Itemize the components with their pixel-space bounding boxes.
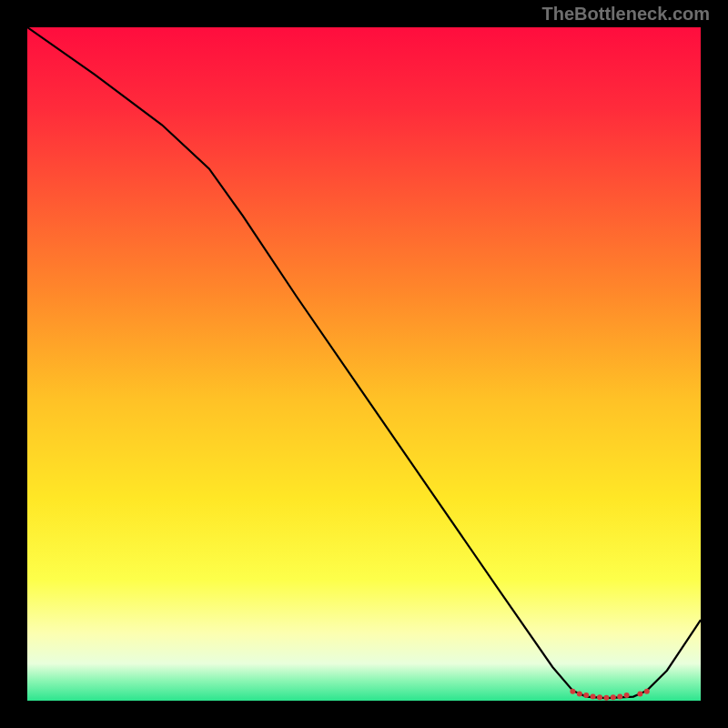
marker-dot — [637, 692, 642, 697]
chart-frame: TheBottleneck.com — [0, 0, 728, 728]
marker-dot — [583, 693, 589, 698]
marker-dot — [611, 694, 616, 700]
marker-dot — [591, 694, 596, 700]
marker-dot — [624, 693, 630, 698]
marker-dot — [570, 689, 575, 694]
marker-dot — [577, 692, 582, 697]
marker-dot — [644, 689, 650, 694]
watermark-text: TheBottleneck.com — [542, 4, 710, 25]
marker-dot — [603, 695, 609, 701]
marker-dot — [617, 694, 622, 700]
gradient-background — [27, 27, 701, 701]
plot-area — [27, 27, 701, 701]
marker-dot — [597, 694, 602, 700]
chart-svg — [27, 27, 701, 701]
